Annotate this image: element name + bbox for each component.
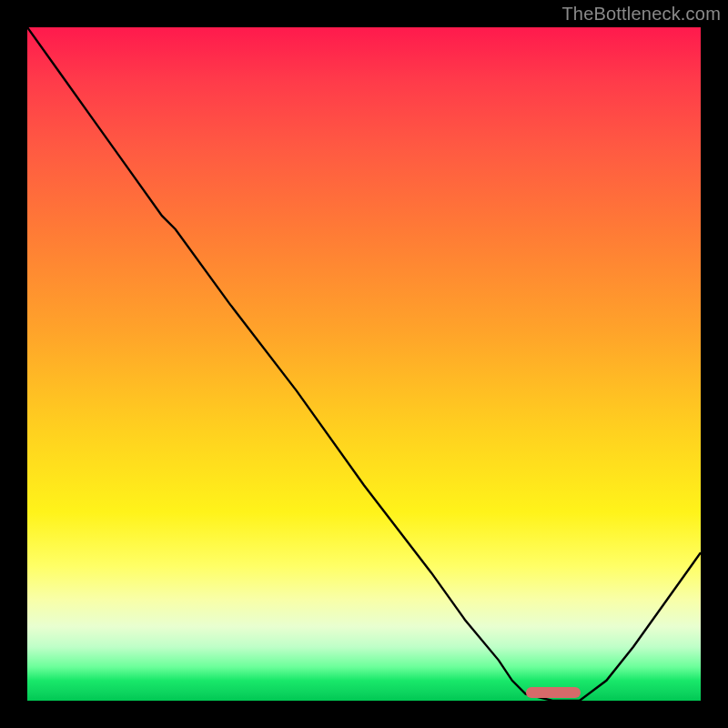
optimal-marker	[526, 687, 581, 698]
bottleneck-curve	[27, 27, 701, 701]
chart-frame: TheBottleneck.com	[0, 0, 728, 728]
watermark-text: TheBottleneck.com	[561, 4, 721, 25]
plot-area	[27, 27, 701, 701]
